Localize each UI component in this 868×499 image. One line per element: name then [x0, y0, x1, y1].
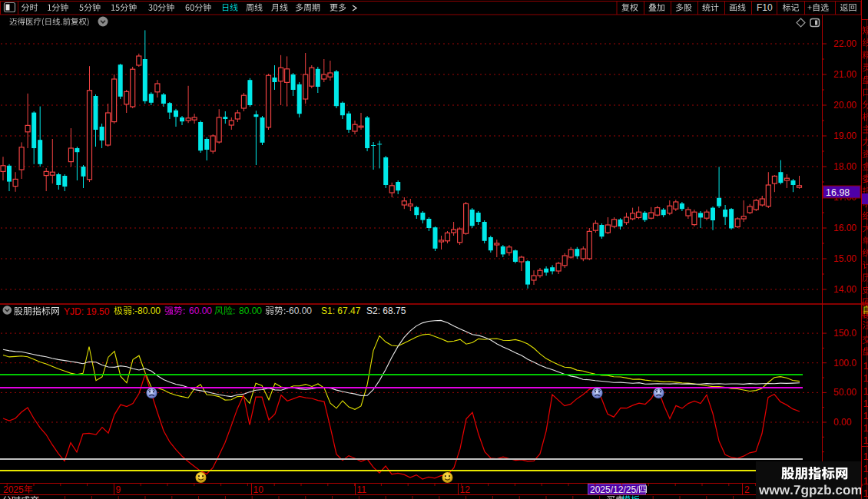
- svg-text:1: 1: [863, 451, 868, 462]
- svg-text:14.00: 14.00: [833, 284, 856, 295]
- svg-text:2025: 2025: [3, 484, 24, 495]
- svg-text:1: 1: [863, 360, 868, 372]
- svg-text:S2: 68.75: S2: 68.75: [366, 306, 406, 316]
- svg-text:16.98: 16.98: [826, 187, 850, 198]
- svg-text:60.00: 60.00: [189, 306, 212, 316]
- svg-text:1: 1: [863, 372, 868, 384]
- svg-text:F10: F10: [757, 2, 773, 13]
- svg-text:20.00: 20.00: [833, 100, 856, 111]
- svg-text:S1: 67.47: S1: 67.47: [321, 306, 361, 316]
- svg-text:YJD: 19.50: YJD: 19.50: [64, 306, 110, 317]
- svg-text:-60.00: -60.00: [286, 306, 312, 316]
- svg-text:1: 1: [863, 422, 868, 434]
- svg-text:150.0: 150.0: [833, 328, 856, 339]
- svg-text:2: 2: [744, 484, 750, 495]
- svg-text:10: 10: [253, 484, 264, 495]
- svg-text:11: 11: [357, 484, 367, 495]
- svg-text:1: 1: [863, 475, 868, 487]
- svg-text:21.00: 21.00: [833, 69, 856, 80]
- svg-text:0.00: 0.00: [833, 417, 852, 428]
- svg-text:18.00: 18.00: [833, 161, 856, 172]
- svg-text:19.00: 19.00: [833, 131, 856, 141]
- svg-text:1: 1: [863, 487, 868, 499]
- svg-text:80.00: 80.00: [239, 306, 262, 316]
- svg-text:15.00: 15.00: [833, 253, 856, 264]
- svg-text:1: 1: [863, 385, 868, 397]
- svg-text:16.00: 16.00: [833, 223, 856, 233]
- svg-text:50.00: 50.00: [833, 387, 856, 398]
- svg-text:1: 1: [863, 435, 868, 446]
- svg-text:100.0: 100.0: [833, 358, 856, 368]
- svg-text:22.00: 22.00: [833, 38, 856, 49]
- svg-text:-80.00: -80.00: [134, 306, 161, 316]
- svg-text:1: 1: [863, 410, 868, 421]
- svg-text:2025/12/25/: 2025/12/25/: [590, 484, 639, 495]
- svg-text:1: 1: [863, 398, 868, 409]
- svg-text:1: 1: [863, 463, 868, 474]
- svg-text:9: 9: [116, 484, 121, 495]
